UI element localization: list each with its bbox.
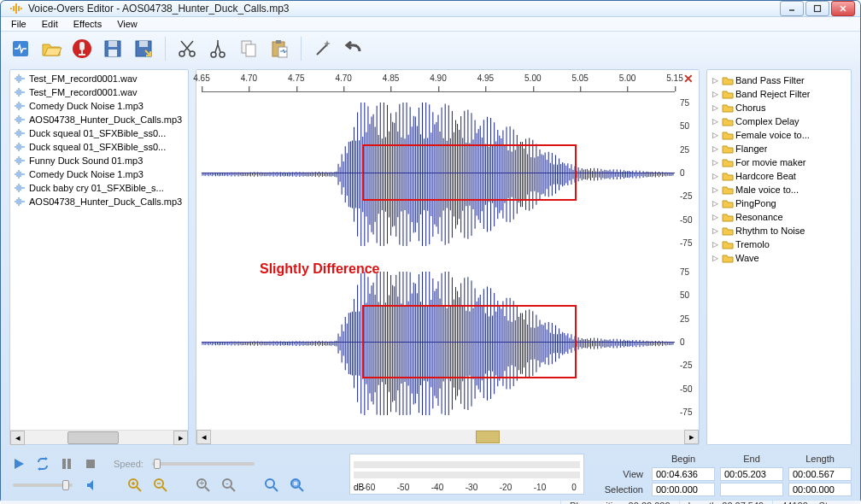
split-button[interactable] [203, 34, 232, 63]
tree-expand-icon[interactable]: ▷ [711, 226, 720, 236]
zoom-out-v-button[interactable]: - [220, 476, 238, 495]
effect-item[interactable]: ▷ Flanger [709, 142, 849, 155]
tree-expand-icon[interactable]: ▷ [711, 240, 720, 249]
svg-line-643 [205, 487, 209, 491]
cut-button[interactable] [173, 34, 202, 63]
effect-item[interactable]: ▷ Tremolo [709, 237, 849, 251]
time-ruler[interactable]: 4.654.704.754.704.854.904.955.005.055.00… [202, 73, 675, 92]
tree-expand-icon[interactable]: ▷ [711, 213, 720, 222]
zoom-fit-button[interactable] [288, 476, 307, 495]
close-button[interactable] [831, 1, 855, 16]
file-item[interactable]: Comedy Duck Noise 1.mp3 [10, 167, 188, 181]
open-button[interactable] [37, 34, 66, 63]
zoom-out-h-button[interactable] [151, 476, 170, 495]
minimize-button[interactable] [780, 1, 804, 16]
svg-rect-0 [10, 8, 12, 9]
record-button[interactable] [67, 34, 97, 63]
speaker-icon[interactable] [83, 477, 102, 494]
svg-point-23 [211, 52, 216, 57]
sel-begin-input[interactable] [652, 483, 715, 496]
menu-file[interactable]: File [4, 17, 33, 31]
tree-expand-icon[interactable]: ▷ [711, 90, 720, 99]
save-button[interactable] [98, 34, 127, 63]
maximize-button[interactable] [805, 1, 829, 16]
svg-rect-634 [86, 460, 95, 468]
file-item[interactable]: Funny Duck Sound 01.mp3 [10, 154, 188, 167]
loop-button[interactable] [33, 455, 52, 472]
tree-expand-icon[interactable]: ▷ [711, 172, 720, 181]
new-button[interactable] [6, 34, 35, 63]
effect-label: Hardcore Beat [735, 171, 796, 181]
tree-expand-icon[interactable]: ▷ [711, 117, 720, 126]
wand-button[interactable] [308, 34, 337, 63]
speed-slider[interactable] [152, 462, 255, 466]
svg-rect-30 [278, 47, 287, 57]
folder-icon [722, 115, 734, 127]
saveas-button[interactable] [129, 34, 158, 63]
tree-expand-icon[interactable]: ▷ [711, 254, 720, 263]
effect-item[interactable]: ▷ Chorus [709, 101, 849, 114]
effect-item[interactable]: ▷ Band Reject Filter [709, 87, 849, 101]
file-item[interactable]: Duck squeal 01_SFXBible_ss0... [10, 140, 188, 154]
file-item-label: Comedy Duck Noise 1.mp3 [29, 101, 144, 111]
waveform-area[interactable]: 7550250-25-50-75 7550250-25-50-75 Slight… [202, 92, 675, 430]
menu-effects[interactable]: Effects [67, 17, 108, 31]
file-item[interactable]: Test_FM_record0001.wav [10, 72, 188, 85]
file-item[interactable]: Comedy Duck Noise 1.mp3 [10, 99, 188, 113]
close-file-icon[interactable]: ✕ [683, 72, 694, 85]
waveform-hscrollbar[interactable]: ◂▸ [196, 430, 699, 444]
effect-item[interactable]: ▷ Male voice to... [709, 183, 849, 196]
effect-item[interactable]: ▷ Rhythm to Noise [709, 224, 849, 237]
tree-expand-icon[interactable]: ▷ [711, 144, 720, 154]
file-item-label: Duck squeal 01_SFXBible_ss0... [29, 142, 166, 152]
waveform-icon [14, 169, 26, 179]
zoom-in-v-button[interactable]: + [194, 476, 213, 495]
volume-slider[interactable] [13, 483, 73, 487]
effect-item[interactable]: ▷ PingPong [709, 196, 849, 210]
effect-item[interactable]: ▷ Complex Delay [709, 114, 849, 128]
file-item[interactable]: AOS04738_Hunter_Duck_Calls.mp3 [10, 195, 188, 208]
effect-label: For movie maker [735, 157, 806, 167]
stop-button[interactable] [81, 455, 100, 472]
file-item[interactable]: Duck squeal 01_SFXBible_ss0... [10, 126, 188, 140]
view-length-input[interactable] [788, 467, 852, 481]
copy-button[interactable] [234, 34, 263, 63]
view-end-input[interactable] [720, 467, 783, 481]
tree-expand-icon[interactable]: ▷ [711, 131, 720, 140]
effect-item[interactable]: ▷ Band Pass Filter [709, 73, 849, 87]
sel-length-input[interactable] [788, 483, 852, 496]
tree-expand-icon[interactable]: ▷ [711, 199, 720, 208]
menu-edit[interactable]: Edit [35, 17, 65, 31]
file-list-hscrollbar[interactable]: ◂▸ [10, 430, 188, 444]
effect-label: Resonance [735, 212, 783, 222]
play-button[interactable] [9, 455, 28, 472]
paste-button[interactable] [265, 34, 294, 63]
menu-view[interactable]: View [110, 17, 144, 31]
effect-item[interactable]: ▷ For movie maker [709, 155, 849, 169]
file-item[interactable]: Duck baby cry 01_SFXBible_s... [10, 181, 188, 195]
svg-rect-3 [18, 6, 20, 11]
sel-end-input[interactable] [720, 483, 783, 496]
waveform-icon [14, 73, 26, 84]
view-begin-input[interactable] [652, 467, 715, 481]
svg-rect-2 [15, 3, 17, 14]
effect-label: Chorus [735, 103, 765, 113]
tree-expand-icon[interactable]: ▷ [711, 158, 720, 167]
tree-expand-icon[interactable]: ▷ [711, 103, 720, 113]
effects-panel: ▷ Band Pass Filter▷ Band Reject Filter▷ … [706, 69, 852, 445]
file-item[interactable]: Test_FM_record0001.wav [10, 85, 188, 99]
meter-tick: -10 [534, 483, 546, 492]
pause-button[interactable] [57, 455, 76, 472]
file-item[interactable]: AOS04738_Hunter_Duck_Calls.mp3 [10, 113, 188, 126]
effect-item[interactable]: ▷ Female voice to... [709, 128, 849, 142]
zoom-sel-button[interactable] [262, 476, 281, 495]
undo-button[interactable] [339, 34, 368, 63]
effect-item[interactable]: ▷ Wave [709, 251, 849, 265]
tree-expand-icon[interactable]: ▷ [711, 185, 720, 195]
effect-item[interactable]: ▷ Hardcore Beat [709, 169, 849, 183]
tree-expand-icon[interactable]: ▷ [711, 76, 720, 85]
effect-label: Flanger [735, 144, 767, 154]
zoom-in-h-button[interactable] [126, 476, 144, 495]
svg-rect-18 [139, 41, 148, 47]
effect-item[interactable]: ▷ Resonance [709, 210, 849, 224]
